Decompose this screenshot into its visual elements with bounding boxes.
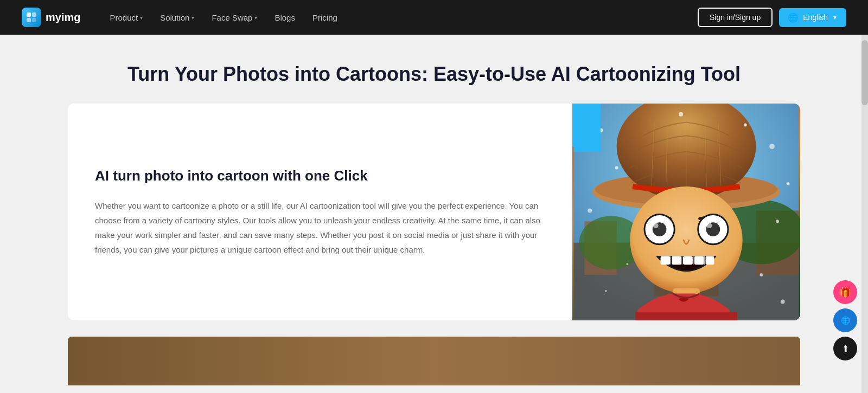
gift-icon: 🎁: [839, 286, 851, 298]
svg-point-53: [781, 299, 785, 304]
svg-rect-1: [27, 12, 31, 17]
svg-point-47: [776, 220, 779, 223]
svg-rect-32: [672, 256, 681, 265]
svg-rect-31: [661, 256, 671, 265]
scroll-to-top-button[interactable]: ⬆: [833, 337, 857, 360]
main-content: Turn Your Photos into Cartoons: Easy-to-…: [0, 35, 868, 393]
svg-point-43: [615, 166, 618, 169]
svg-rect-4: [32, 18, 36, 22]
logo-text: myimg: [46, 11, 80, 24]
nav-solution[interactable]: Solution ▾: [152, 9, 202, 27]
svg-point-46: [588, 208, 592, 212]
bottom-strip: [68, 337, 800, 385]
card-heading: AI turn photo into cartoon with one Clic…: [95, 167, 545, 185]
scroll-top-icon: ⬆: [842, 344, 849, 354]
card-body-text: Whether you want to cartoonize a photo o…: [95, 198, 545, 257]
page-title-section: Turn Your Photos into Cartoons: Easy-to-…: [33, 35, 835, 104]
floating-language-button[interactable]: 🌐: [833, 308, 857, 332]
svg-rect-56: [68, 337, 800, 385]
page-title: Turn Your Photos into Cartoons: Easy-to-…: [33, 62, 835, 87]
signin-button[interactable]: Sign in/Sign up: [698, 8, 773, 27]
cartoon-image: [572, 104, 800, 320]
card-left: AI turn photo into cartoon with one Clic…: [68, 104, 572, 320]
floating-buttons: 🎁 🌐 ⬆: [833, 280, 857, 360]
nav-product[interactable]: Product ▾: [102, 9, 150, 27]
translate-icon: 🌐: [788, 12, 799, 23]
navbar: myimg Product ▾ Solution ▾ Face Swap ▾ B…: [0, 0, 868, 35]
svg-point-49: [760, 273, 763, 276]
svg-point-52: [605, 290, 607, 292]
navbar-actions: Sign in/Sign up 🌐 English ▼: [698, 8, 846, 27]
svg-rect-2: [32, 12, 36, 17]
language-chevron-icon: ▼: [832, 15, 838, 21]
content-card: AI turn photo into cartoon with one Clic…: [68, 104, 800, 320]
svg-rect-41: [635, 312, 737, 320]
scrollbar-thumb[interactable]: [861, 40, 868, 105]
svg-point-20: [630, 186, 742, 294]
language-button[interactable]: 🌐 English ▼: [779, 8, 846, 27]
svg-point-44: [769, 144, 775, 149]
bottom-image: [68, 337, 800, 385]
svg-point-45: [787, 182, 790, 185]
svg-rect-33: [683, 256, 693, 265]
language-label: English: [803, 13, 828, 22]
scrollbar[interactable]: [861, 35, 868, 393]
svg-point-30: [707, 223, 712, 228]
nav-pricing[interactable]: Pricing: [305, 9, 345, 27]
svg-point-51: [744, 123, 747, 126]
svg-point-48: [626, 263, 628, 265]
cartoon-svg: [572, 104, 800, 320]
svg-rect-3: [27, 18, 31, 22]
logo[interactable]: myimg: [22, 8, 80, 27]
nav-face-swap[interactable]: Face Swap ▾: [204, 9, 265, 27]
product-chevron-icon: ▾: [140, 15, 143, 21]
svg-point-50: [679, 112, 683, 117]
nav-blogs[interactable]: Blogs: [267, 9, 303, 27]
svg-rect-34: [694, 256, 704, 265]
floating-lang-icon: 🌐: [841, 316, 850, 325]
logo-icon: [22, 8, 41, 27]
faceswap-chevron-icon: ▾: [254, 15, 257, 21]
card-image-container: [572, 104, 800, 320]
navbar-nav: Product ▾ Solution ▾ Face Swap ▾ Blogs P…: [102, 9, 698, 27]
svg-point-26: [653, 223, 659, 228]
gift-button[interactable]: 🎁: [833, 280, 857, 304]
svg-rect-35: [706, 256, 714, 265]
blue-accent: [572, 104, 599, 147]
solution-chevron-icon: ▾: [192, 15, 194, 21]
